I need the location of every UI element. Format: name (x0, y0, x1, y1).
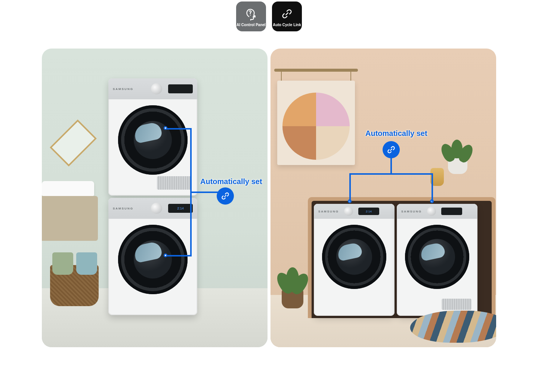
washer-control-panel: SAMSUNG 2:14 (314, 204, 395, 219)
badge-link-label: Auto Cycle Link (273, 23, 301, 27)
stacked-appliances: SAMSUNG SAMSUNG 2:14 (108, 78, 197, 315)
dryer-unit: SAMSUNG (108, 78, 197, 196)
laundry-basket (50, 265, 99, 306)
auto-set-label: Automatically set (200, 177, 262, 186)
dryer-control-panel: SAMSUNG (108, 78, 197, 99)
dryer-control-panel: SAMSUNG (397, 204, 477, 219)
brand-logo: SAMSUNG (401, 210, 422, 213)
panel-sidebyside-layout: SAMSUNG 2:14 SAMSUNG (270, 49, 496, 347)
washer-display: 2:14 (358, 208, 379, 215)
side-by-side-appliances: SAMSUNG 2:14 SAMSUNG (314, 204, 477, 316)
comparison-panels: SAMSUNG SAMSUNG 2:14 Automatical (42, 49, 496, 347)
badge-auto-cycle-link: Auto Cycle Link (272, 1, 302, 31)
dryer-display (168, 84, 193, 93)
feature-badges: AI AI Control Panel Auto Cycle Link (236, 1, 302, 31)
decor-vase (430, 168, 444, 186)
washer-unit: SAMSUNG 2:14 (314, 204, 395, 316)
dryer-vent (157, 176, 191, 190)
dryer-unit: SAMSUNG (397, 204, 477, 316)
svg-text:AI: AI (253, 15, 256, 18)
brand-logo: SAMSUNG (113, 87, 133, 91)
floor-plant (276, 289, 309, 308)
auto-set-label: Automatically set (365, 129, 427, 138)
dryer-vent (442, 299, 471, 310)
dryer-display (441, 208, 462, 215)
svg-point-0 (250, 15, 251, 15)
chain-link-icon (279, 6, 294, 21)
washer-dial (344, 207, 353, 216)
link-icon-badge (383, 141, 400, 158)
panel-stacked-layout: SAMSUNG SAMSUNG 2:14 Automatical (42, 49, 268, 347)
washer-control-panel: SAMSUNG 2:14 (108, 198, 197, 219)
badge-ai-label: AI Control Panel (236, 23, 266, 27)
brand-logo: SAMSUNG (318, 210, 339, 213)
washer-unit: SAMSUNG 2:14 (108, 198, 197, 315)
bathroom-sink (42, 181, 94, 196)
wall-art (274, 69, 358, 165)
washer-display: 2:14 (168, 204, 193, 213)
dryer-dial (427, 207, 436, 216)
wall-mirror (50, 119, 97, 167)
washer-dial (151, 203, 162, 214)
link-icon-badge (217, 187, 234, 205)
vanity-cabinet (42, 196, 98, 241)
dryer-dial (151, 83, 162, 94)
brand-logo: SAMSUNG (113, 207, 133, 210)
badge-ai-control-panel: AI AI Control Panel (236, 1, 266, 31)
ai-head-icon: AI (244, 6, 259, 21)
